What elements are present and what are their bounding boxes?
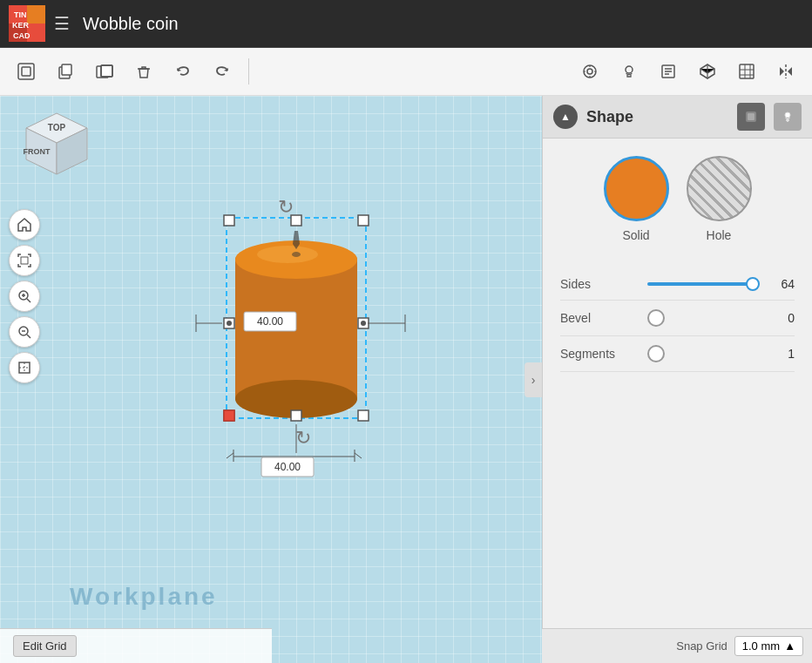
svg-point-16 xyxy=(626,66,633,73)
toolbar-right xyxy=(572,54,803,89)
svg-text:TIN: TIN xyxy=(14,10,27,19)
snap-grid-amount: 1.0 mm xyxy=(742,639,780,653)
panel-title: Shape xyxy=(586,108,728,126)
svg-rect-1 xyxy=(27,5,45,24)
view3d-button[interactable] xyxy=(690,54,725,89)
svg-rect-7 xyxy=(18,64,34,79)
view-cube: TOP FRONT xyxy=(17,109,96,187)
app-title: Wobble coin xyxy=(83,14,179,34)
toolbar-separator xyxy=(248,58,249,85)
sides-label: Sides xyxy=(560,277,639,291)
snap-grid-chevron: ▲ xyxy=(784,639,795,653)
duplicate-button[interactable] xyxy=(87,54,122,89)
segments-value: 1 xyxy=(768,347,795,361)
svg-rect-22 xyxy=(21,257,28,264)
view-cube-top: TOP xyxy=(48,123,66,132)
bottom-bar: Edit Grid xyxy=(0,628,272,663)
bevel-circle[interactable] xyxy=(647,309,665,327)
segments-circle[interactable] xyxy=(647,345,665,362)
rotation-arrow-bottom[interactable]: ↻ xyxy=(295,427,311,449)
grid-button[interactable] xyxy=(729,54,764,89)
svg-line-41 xyxy=(227,453,233,458)
snap-grid-bar: Snap Grid 1.0 mm ▲ xyxy=(542,628,812,663)
delete-button[interactable] xyxy=(126,54,161,89)
light-button[interactable] xyxy=(612,54,646,89)
sides-slider-container xyxy=(647,282,760,286)
viewport[interactable]: TOP FRONT xyxy=(0,96,542,663)
handle-red[interactable] xyxy=(224,410,234,421)
camera-view-button[interactable] xyxy=(572,54,607,89)
snap-grid-value[interactable]: 1.0 mm ▲ xyxy=(734,636,803,656)
segments-property-row: Segments 1 xyxy=(560,336,795,372)
shape-type-selector: Solid Hole xyxy=(543,139,812,260)
panel-color-button[interactable] xyxy=(737,103,765,131)
bevel-value: 0 xyxy=(768,311,795,325)
bevel-property-row: Bevel 0 xyxy=(560,301,795,336)
hole-shape-icon xyxy=(687,156,752,221)
tinkercad-logo: TIN KER CAD xyxy=(9,5,45,42)
svg-point-31 xyxy=(292,252,301,257)
segments-control xyxy=(647,345,760,362)
zoom-in-button[interactable] xyxy=(9,281,40,312)
edit-grid-button[interactable]: Edit Grid xyxy=(13,635,77,657)
handle-mt[interactable] xyxy=(291,215,301,226)
view-cube-svg[interactable]: TOP FRONT xyxy=(17,109,96,187)
shape-properties: Sides 64 Bevel 0 Segments 1 xyxy=(543,260,812,381)
shape-panel: ▲ Shape Solid Hole Sides xyxy=(542,96,812,663)
bevel-control xyxy=(647,309,760,327)
panel-expand-button[interactable]: › xyxy=(524,362,542,397)
notes-button[interactable] xyxy=(651,54,686,89)
solid-shape-icon xyxy=(604,156,669,221)
svg-point-34 xyxy=(361,321,366,326)
workplane-label: Workplane xyxy=(70,583,218,611)
solid-shape-label: Solid xyxy=(622,228,649,242)
hole-shape-option[interactable]: Hole xyxy=(687,156,752,242)
svg-text:KER: KER xyxy=(12,21,30,30)
segments-label: Segments xyxy=(560,347,639,361)
handle-br[interactable] xyxy=(358,410,369,421)
handle-tl[interactable] xyxy=(224,215,234,226)
svg-line-42 xyxy=(355,453,362,458)
handle-mb[interactable] xyxy=(291,410,301,421)
scene-object: ↻ ↻ xyxy=(174,200,470,483)
zoom-out-button[interactable] xyxy=(9,316,40,348)
sides-value: 64 xyxy=(768,277,795,291)
bevel-label: Bevel xyxy=(560,311,639,325)
handle-tr[interactable] xyxy=(358,215,369,226)
ortho-button[interactable] xyxy=(9,352,40,383)
panel-collapse-button[interactable]: ▲ xyxy=(553,105,578,129)
sides-slider[interactable] xyxy=(647,282,760,286)
svg-point-49 xyxy=(785,112,790,118)
svg-point-30 xyxy=(257,246,318,263)
svg-point-15 xyxy=(587,69,592,74)
depth-dimension: 40.00 xyxy=(274,461,301,473)
solid-shape-option[interactable]: Solid xyxy=(604,156,669,242)
undo-button[interactable] xyxy=(166,54,200,89)
redo-button[interactable] xyxy=(205,54,240,89)
panel-header: ▲ Shape xyxy=(543,96,812,139)
mirror-button[interactable] xyxy=(768,54,803,89)
fit-button[interactable] xyxy=(9,245,40,276)
menu-icon[interactable]: ☰ xyxy=(54,13,70,34)
left-tools xyxy=(9,209,40,383)
copy-button[interactable] xyxy=(48,54,83,89)
home-button[interactable] xyxy=(9,209,40,240)
svg-point-33 xyxy=(227,321,232,326)
new-button[interactable] xyxy=(9,54,44,89)
cylinder-svg: ↻ ↻ xyxy=(174,200,470,479)
svg-rect-12 xyxy=(101,65,112,77)
toolbar xyxy=(0,48,812,96)
main-area: TOP FRONT xyxy=(0,96,812,663)
header: TIN KER CAD ☰ Wobble coin xyxy=(0,0,812,48)
panel-light-button[interactable] xyxy=(774,103,802,131)
svg-rect-10 xyxy=(62,64,71,75)
view-cube-front: FRONT xyxy=(24,147,51,156)
width-dimension: 40.00 xyxy=(257,315,283,328)
sides-property-row: Sides 64 xyxy=(560,268,795,301)
svg-rect-18 xyxy=(740,64,754,78)
svg-rect-8 xyxy=(22,67,30,76)
hole-shape-label: Hole xyxy=(707,228,732,242)
svg-rect-48 xyxy=(748,113,754,120)
snap-grid-label: Snap Grid xyxy=(676,639,727,653)
svg-text:CAD: CAD xyxy=(13,31,30,40)
